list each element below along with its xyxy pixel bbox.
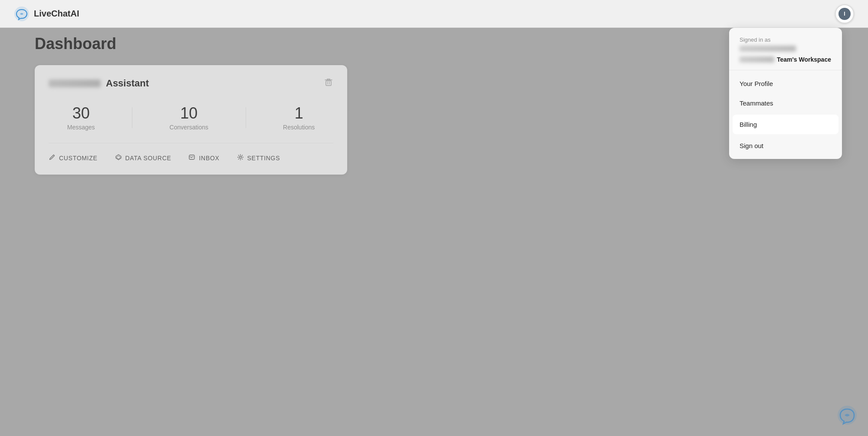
signed-in-label: Signed in as — [740, 36, 832, 43]
header: LiveChatAI I — [0, 0, 868, 28]
workspace-blurred — [740, 56, 774, 63]
dropdown-item-your-profile[interactable]: Your Profile — [729, 74, 842, 93]
workspace-text: Team's Workspace — [777, 56, 831, 63]
logo-text: LiveChatAI — [34, 9, 79, 19]
dropdown-item-billing[interactable]: Billing — [733, 115, 838, 134]
avatar-button[interactable]: I — [835, 4, 854, 23]
dropdown-item-sign-out[interactable]: Sign out — [729, 136, 842, 155]
workspace-area: Team's Workspace — [740, 56, 832, 63]
avatar-inner: I — [838, 8, 851, 20]
dropdown-item-teammates[interactable]: Teammates — [729, 93, 842, 113]
logo-icon — [14, 6, 30, 22]
dropdown-header: Signed in as Team's Workspace — [729, 28, 842, 70]
dropdown-items: Your Profile Teammates Billing Sign out — [729, 70, 842, 159]
logo-area: LiveChatAI — [14, 6, 79, 22]
user-email-blurred — [740, 46, 796, 52]
dropdown-menu: Signed in as Team's Workspace Your Profi… — [729, 28, 842, 159]
